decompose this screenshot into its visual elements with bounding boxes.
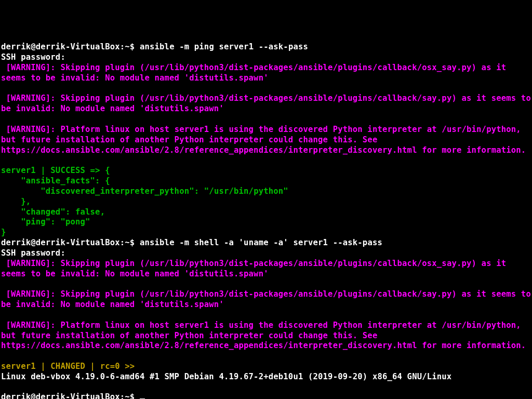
warning-say-2: [WARNING]: Skipping plugin (/usr/lib/pyt… (1, 289, 532, 309)
command-1: ansible -m ping server1 --ask-pass (140, 42, 308, 51)
warning-osx-say-1: [WARNING]: Skipping plugin (/usr/lib/pyt… (1, 63, 511, 83)
prompt-line-3: derrik@derrik-VirtualBox:~$ (1, 392, 140, 399)
ansible-success-output: server1 | SUCCESS => { "ansible_facts": … (1, 166, 288, 237)
uname-output: Linux deb-vbox 4.19.0-6-amd64 #1 SMP Deb… (1, 372, 451, 381)
warning-say-1: [WARNING]: Skipping plugin (/usr/lib/pyt… (1, 94, 532, 113)
prompt-line-1: derrik@derrik-VirtualBox:~$ ansible -m p… (1, 42, 308, 51)
ssh-password-prompt: SSH password: (1, 52, 70, 62)
ansible-changed-header: server1 | CHANGED | rc=0 >> (1, 362, 135, 371)
prompt-line-2: derrik@derrik-VirtualBox:~$ ansible -m s… (1, 238, 382, 247)
warning-osx-say-2: [WARNING]: Skipping plugin (/usr/lib/pyt… (1, 259, 511, 278)
command-2: ansible -m shell -a 'uname -a' server1 -… (140, 238, 382, 247)
ssh-password-prompt-2: SSH password: (1, 248, 70, 258)
warning-interpreter-1: [WARNING]: Platform linux on host server… (1, 125, 526, 155)
warning-interpreter-2: [WARNING]: Platform linux on host server… (1, 321, 526, 351)
terminal-output[interactable]: derrik@derrik-VirtualBox:~$ ansible -m p… (1, 42, 532, 399)
